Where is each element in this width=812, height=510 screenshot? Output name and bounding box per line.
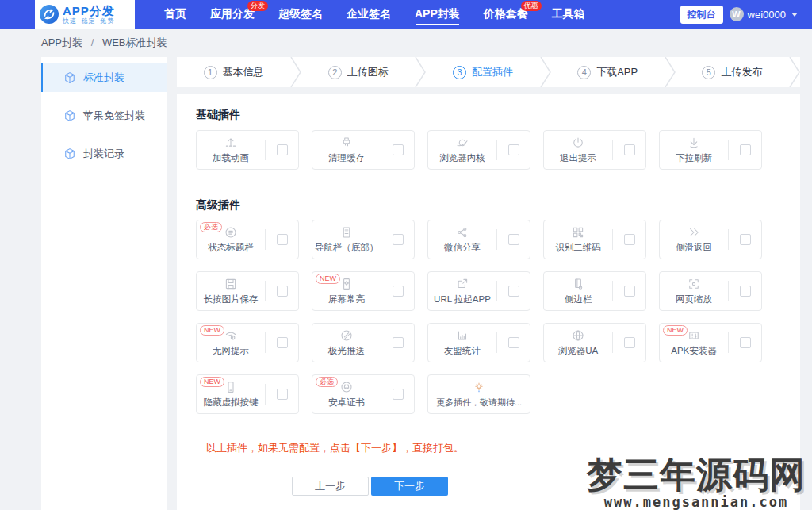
step-2[interactable]: 2上传图标 xyxy=(301,57,415,87)
menu-circle-icon xyxy=(224,225,238,240)
plugin-card[interactable]: 网页缩放 xyxy=(659,271,762,311)
plugin-label: APK安装器 xyxy=(671,345,717,357)
chevron-down-icon xyxy=(791,13,798,17)
sidebar-item-3[interactable]: 封装记录 xyxy=(41,140,167,168)
nav-item-2[interactable]: 应用分发分发 xyxy=(210,0,255,29)
plugin-card[interactable]: 极光推送 xyxy=(312,323,415,362)
expand-icon xyxy=(687,277,701,291)
plugin-card[interactable]: 侧边栏 xyxy=(543,271,646,311)
plugin-checkbox[interactable] xyxy=(393,337,404,348)
step-4[interactable]: 4下载APP xyxy=(551,57,665,87)
plugin-card[interactable]: NEWAPK安装器 xyxy=(659,323,762,362)
plugin-card[interactable]: 退出提示 xyxy=(543,130,646,170)
plugin-card[interactable]: 下拉刷新 xyxy=(659,130,762,170)
plugin-checkbox[interactable] xyxy=(624,286,635,297)
step-number: 4 xyxy=(577,66,591,79)
plugin-label: 隐藏虚拟按键 xyxy=(204,397,259,408)
plugin-card[interactable]: 加载动画 xyxy=(196,130,299,170)
plugin-checkbox[interactable] xyxy=(508,286,519,297)
plugin-card[interactable]: NEW隐藏虚拟按键 xyxy=(196,374,299,414)
plugin-checkbox[interactable] xyxy=(277,337,288,348)
sidebar: 标准封装苹果免签封装封装记录 xyxy=(41,57,167,510)
plugin-card[interactable]: 必选状态标题栏 xyxy=(196,220,299,259)
plugin-card[interactable]: 识别二维码 xyxy=(543,220,646,259)
plugin-checkbox[interactable] xyxy=(277,144,288,155)
plugin-label: 长按图片保存 xyxy=(204,293,259,305)
plugin-checkbox[interactable] xyxy=(508,234,519,245)
pulldown-icon xyxy=(687,136,701,150)
console-button[interactable]: 控制台 xyxy=(680,6,723,24)
plugin-checkbox[interactable] xyxy=(740,337,751,348)
plugin-checkbox[interactable] xyxy=(508,144,519,155)
plugin-card[interactable]: 微信分享 xyxy=(427,220,530,259)
plugin-card[interactable]: 侧滑返回 xyxy=(659,220,762,259)
plugin-checkbox[interactable] xyxy=(277,234,288,245)
config-hint-text: 以上插件，如果无需配置，点击【下一步】，直接打包。 xyxy=(206,441,781,455)
nav-item-3[interactable]: 超级签名 xyxy=(278,0,323,29)
plugin-card[interactable]: 友盟统计 xyxy=(427,323,530,362)
plugin-card[interactable]: URL 拉起APP xyxy=(427,271,530,311)
nav-item-label: 超级签名 xyxy=(278,7,323,21)
plugin-label: 导航栏（底部） xyxy=(315,242,379,254)
step-3[interactable]: 3配置插件 xyxy=(426,57,539,87)
logo-subtitle: 快速~稳定~免费 xyxy=(63,18,115,25)
plugin-label: URL 拉起APP xyxy=(434,293,491,305)
breadcrumb-item[interactable]: WEB标准封装 xyxy=(102,36,167,48)
plugin-card[interactable]: 必选安卓证书 xyxy=(312,374,415,414)
doc-lines-icon xyxy=(339,225,354,240)
plugin-checkbox[interactable] xyxy=(740,286,751,297)
plugin-checkbox[interactable] xyxy=(624,144,635,155)
plugin-checkbox[interactable] xyxy=(624,337,635,348)
sidebar-item-1[interactable]: 标准封装 xyxy=(41,63,167,92)
plugin-card[interactable]: 浏览器UA xyxy=(543,323,646,362)
plugin-label: 侧滑返回 xyxy=(676,242,712,254)
plugin-card[interactable]: NEW无网提示 xyxy=(196,323,299,362)
plugin-card[interactable]: 更多插件，敬请期待... xyxy=(427,374,530,414)
plugin-checkbox[interactable] xyxy=(740,234,751,245)
step-label: 下载APP xyxy=(596,65,638,79)
step-1[interactable]: 1基本信息 xyxy=(177,57,290,87)
nav-item-6[interactable]: 价格套餐优惠 xyxy=(484,0,528,29)
plugin-card[interactable]: 清理缓存 xyxy=(312,130,415,170)
plugin-checkbox[interactable] xyxy=(277,389,288,400)
step-label: 上传图标 xyxy=(347,65,389,79)
plugin-label: 网页缩放 xyxy=(676,293,712,305)
plugin-checkbox[interactable] xyxy=(393,144,404,155)
breadcrumb-item[interactable]: APP封装 xyxy=(41,36,82,48)
plugin-checkbox[interactable] xyxy=(508,337,519,348)
plugin-card[interactable]: 导航栏（底部） xyxy=(312,220,415,259)
nav-item-4[interactable]: 企业签名 xyxy=(347,0,391,29)
plugin-card[interactable]: 长按图片保存 xyxy=(196,271,299,311)
next-step-button[interactable]: 下一步 xyxy=(371,477,448,496)
plugin-label: 无网提示 xyxy=(213,345,249,357)
step-5[interactable]: 5上传发布 xyxy=(676,57,789,87)
plugin-checkbox[interactable] xyxy=(740,144,751,155)
chevron-separator-icon xyxy=(415,57,426,87)
plugin-checkbox[interactable] xyxy=(393,286,404,297)
plugin-card[interactable]: NEW屏幕常亮 xyxy=(312,271,415,311)
step-number: 3 xyxy=(453,66,466,79)
app-logo[interactable]: APP分发 快速~稳定~免费 xyxy=(35,0,135,29)
nav-item-5[interactable]: APP封装 xyxy=(415,0,460,29)
basic-plugin-grid: 加载动画清理缓存浏览器内核退出提示下拉刷新 xyxy=(196,130,781,170)
nav-item-7[interactable]: 工具箱 xyxy=(552,0,585,29)
user-menu[interactable]: W wei0000 xyxy=(730,7,798,21)
chevrons-right-icon xyxy=(687,225,701,240)
plugin-checkbox[interactable] xyxy=(393,389,404,400)
plugin-checkbox[interactable] xyxy=(393,234,404,245)
sidebar-item-2[interactable]: 苹果免签封装 xyxy=(41,102,167,130)
plugin-label: 微信分享 xyxy=(444,242,481,254)
plugin-checkbox[interactable] xyxy=(277,286,288,297)
plugin-checkbox[interactable] xyxy=(624,234,635,245)
plugin-label: 识别二维码 xyxy=(555,242,601,254)
plugin-label: 更多插件，敬请期待... xyxy=(436,397,522,408)
plugin-badge: 必选 xyxy=(200,222,222,232)
plugin-label: 状态标题栏 xyxy=(208,242,254,254)
logo-title: APP分发 xyxy=(63,5,115,17)
nav-item-label: 首页 xyxy=(164,7,186,21)
nav-item-1[interactable]: 首页 xyxy=(164,0,186,29)
prev-step-button[interactable]: 上一步 xyxy=(292,477,369,496)
plugin-card[interactable]: 浏览器内核 xyxy=(427,130,530,170)
sidebar-item-label: 苹果免签封装 xyxy=(83,109,145,123)
nav-item-label: APP封装 xyxy=(415,7,460,21)
